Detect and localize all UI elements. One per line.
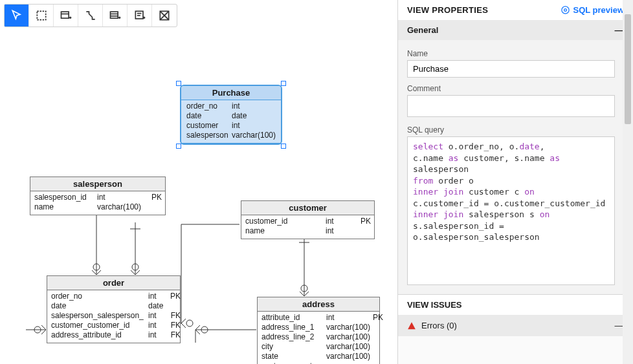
issues-header: VIEW ISSUES	[398, 294, 633, 315]
issues-title: VIEW ISSUES	[407, 300, 462, 310]
entity-columns: order_nointPKdatedatesalesperson_salespe…	[47, 290, 180, 343]
name-label: Name	[407, 49, 615, 58]
column-row: nameint	[245, 226, 370, 236]
selection-handle-ne[interactable]	[281, 81, 286, 86]
tool-marquee[interactable]	[29, 5, 54, 27]
column-row: order_nointPK	[51, 292, 176, 301]
entity-columns: salesperson_idintPKnamevarchar(100)	[30, 191, 165, 215]
entity-columns: attribute_idintPKaddress_line_1varchar(1…	[258, 312, 379, 364]
sql-preview-link[interactable]: SQL preview	[561, 5, 624, 15]
column-row: statevarchar(100)	[261, 352, 375, 361]
entity-order[interactable]: order order_nointPKdatedatesalesperson_s…	[47, 275, 181, 343]
sql-label: SQL query	[407, 125, 615, 134]
column-row: customer_idintPK	[245, 217, 370, 226]
svg-rect-1	[61, 12, 69, 18]
eye-icon	[561, 5, 570, 15]
tool-pointer[interactable]	[5, 5, 29, 27]
section-general-label: General	[407, 25, 438, 35]
column-row: attribute_idintPK	[261, 313, 375, 323]
properties-panel: VIEW PROPERTIES SQL preview General — Na…	[397, 0, 633, 364]
entity-title: order	[47, 276, 180, 290]
panel-title: VIEW PROPERTIES	[407, 5, 488, 15]
warning-icon	[407, 321, 416, 330]
column-row: namevarchar(100)	[34, 202, 161, 212]
name-input[interactable]	[407, 60, 615, 78]
entity-salesperson[interactable]: salesperson salesperson_idintPKnamevarch…	[30, 177, 166, 215]
entity-title: address	[258, 297, 379, 312]
panel-scrollbar[interactable]	[623, 0, 633, 364]
svg-rect-0	[37, 11, 45, 19]
column-row: address_line_2varchar(100)	[261, 332, 375, 342]
column-row: customer_customer_idintFK	[51, 321, 176, 330]
tool-add-table[interactable]	[54, 5, 78, 27]
column-row: salesperson_idintPK	[34, 193, 161, 202]
entity-title: Purchase	[181, 86, 281, 100]
toolbar	[4, 4, 177, 27]
entity-customer[interactable]: customer customer_idintPKnameint	[241, 200, 375, 239]
section-general-header[interactable]: General —	[398, 20, 633, 40]
column-row: order_noint	[186, 102, 276, 111]
diagram-canvas[interactable]: Purchase order_nointdatedatecustomerints…	[0, 0, 397, 364]
section-general-body: Name Comment SQL query select o.order_no…	[398, 40, 633, 294]
entity-address[interactable]: address attribute_idintPKaddress_line_1v…	[257, 297, 380, 364]
comment-label: Comment	[407, 84, 615, 93]
svg-point-22	[132, 264, 139, 270]
svg-point-36	[34, 327, 41, 333]
column-row: cityvarchar(100)	[261, 342, 375, 352]
column-row: datedate	[186, 111, 276, 121]
column-row: datedate	[51, 301, 176, 311]
svg-point-38	[564, 9, 567, 12]
sql-preview-label: SQL preview	[573, 5, 624, 15]
tool-relation[interactable]	[78, 5, 103, 27]
selection-handle-nw[interactable]	[176, 81, 181, 86]
tool-note[interactable]	[128, 5, 152, 27]
entity-title: salesperson	[30, 177, 165, 191]
tool-layer[interactable]	[152, 5, 177, 27]
comment-input[interactable]	[407, 95, 615, 117]
entity-title: customer	[241, 201, 374, 215]
svg-rect-5	[110, 12, 118, 18]
svg-point-20	[93, 264, 100, 270]
sql-query-input[interactable]: select o.order_no, o.date, c.name as cus…	[407, 136, 615, 285]
column-row: address_attribute_idintFK	[51, 330, 176, 340]
column-row: address_line_1varchar(100)	[261, 323, 375, 332]
svg-point-31	[301, 285, 307, 292]
tool-add-view[interactable]	[103, 5, 128, 27]
column-row: salespersonvarchar(100)	[186, 131, 276, 140]
column-row: customer_custome	[261, 361, 375, 364]
selection-handle-se[interactable]	[281, 144, 286, 149]
selection-handle-sw[interactable]	[176, 144, 181, 149]
panel-header: VIEW PROPERTIES SQL preview	[398, 0, 633, 20]
column-row: salesperson_salesperson_intFK	[51, 311, 176, 321]
errors-row[interactable]: Errors (0) —	[398, 315, 633, 336]
entity-columns: customer_idintPKnameint	[241, 215, 374, 239]
svg-point-28	[186, 320, 193, 327]
errors-label: Errors (0)	[421, 321, 457, 330]
svg-point-37	[562, 6, 569, 14]
entity-purchase[interactable]: Purchase order_nointdatedatecustomerints…	[180, 85, 282, 145]
svg-point-34	[201, 327, 208, 333]
column-row: customerint	[186, 121, 276, 131]
entity-columns: order_nointdatedatecustomerintsalesperso…	[181, 100, 281, 144]
